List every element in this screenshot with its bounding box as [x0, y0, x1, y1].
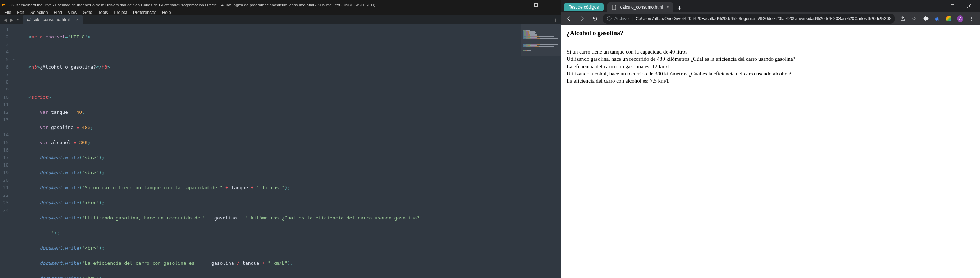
window-title: C:\Users\albar\OneDrive - Facultad de In… — [7, 3, 511, 7]
url-scheme: Archivo — [614, 16, 629, 21]
menu-view[interactable]: View — [65, 10, 80, 15]
new-tab-icon[interactable]: + — [554, 16, 557, 23]
file-tab-label: cálculo_consumo.html — [27, 17, 70, 22]
minimize-button[interactable] — [928, 0, 944, 12]
close-tab-icon[interactable]: × — [667, 5, 669, 10]
nav-back-button[interactable] — [564, 13, 574, 24]
omnibox[interactable]: ⓘ Archivo | C:/Users/albar/OneDrive%20-%… — [603, 14, 895, 24]
extension-icon-2[interactable] — [943, 13, 954, 24]
browser-tabstrip: Test de códigos cálculo_consumo.html × + — [561, 0, 980, 12]
menu-preferences[interactable]: Preferences — [130, 10, 159, 15]
tab-history-nav: ◀ ▶ ▼ — [2, 16, 21, 24]
nav-dropdown-icon[interactable]: ▼ — [15, 18, 21, 22]
extensions-puzzle-icon[interactable] — [920, 13, 931, 24]
fold-gutter: ▼ — [13, 24, 17, 278]
extension-icon-1[interactable]: ◉ — [932, 13, 943, 24]
address-toolbar: ⓘ Archivo | C:/Users/albar/OneDrive%20-%… — [561, 12, 980, 25]
browser-tab-inactive[interactable]: Test de códigos — [564, 3, 604, 11]
close-button[interactable] — [961, 0, 977, 12]
file-tab[interactable]: cálculo_consumo.html × — [23, 16, 83, 24]
menu-project[interactable]: Project — [111, 10, 130, 15]
site-info-icon[interactable]: ⓘ — [607, 16, 611, 22]
bookmark-star-icon[interactable]: ☆ — [909, 13, 920, 24]
maximize-button[interactable] — [944, 0, 961, 12]
browser-window-controls — [928, 0, 977, 12]
url-text: C:/Users/albar/OneDrive%20-%20Facultad%2… — [636, 16, 891, 21]
code-area[interactable]: <meta charset="UTF-8"> <h3>¿Alcohol o ga… — [17, 24, 521, 278]
url-separator: | — [632, 16, 633, 21]
sublime-app-icon — [0, 3, 7, 7]
close-tab-icon[interactable]: × — [76, 17, 79, 22]
editor[interactable]: 123456789101112131415161718192021222324 … — [0, 24, 561, 278]
file-favicon-icon — [611, 5, 617, 10]
toolbar-actions: ☆ ◉ A ⋮ — [897, 13, 977, 24]
page-text-line: La eficiencia del carro con alcohol es: … — [566, 77, 974, 84]
page-text-line: La eficiencia del carro con gasolina es:… — [566, 63, 974, 70]
rendered-page: ¿Alcohol o gasolina? Si un carro tiene u… — [561, 25, 980, 278]
menu-find[interactable]: Find — [51, 10, 65, 15]
maximize-button[interactable] — [528, 0, 544, 10]
page-text-line: Utilizando alcohol, hace un recorrido de… — [566, 70, 974, 77]
nav-back-icon[interactable]: ◀ — [2, 17, 9, 23]
menu-tools[interactable]: Tools — [95, 10, 111, 15]
kebab-menu-icon[interactable]: ⋮ — [966, 13, 977, 24]
new-tab-button[interactable]: + — [673, 5, 686, 12]
tab-row: ◀ ▶ ▼ cálculo_consumo.html × + — [0, 16, 561, 24]
menu-goto[interactable]: Goto — [80, 10, 95, 15]
menu-edit[interactable]: Edit — [14, 10, 27, 15]
minimap[interactable] — [521, 24, 561, 278]
browser-tab-label: cálculo_consumo.html — [620, 5, 663, 10]
menu-help[interactable]: Help — [159, 10, 174, 15]
page-text-line: Si un carro tiene un tanque con la capac… — [566, 48, 974, 55]
share-icon[interactable] — [897, 13, 908, 24]
close-button[interactable] — [544, 0, 561, 10]
page-text-line: Utilizando gasolina, hace un recorrido d… — [566, 55, 974, 62]
sublime-titlebar: C:\Users\albar\OneDrive - Facultad de In… — [0, 0, 561, 10]
browser-tab-active[interactable]: cálculo_consumo.html × — [607, 2, 673, 12]
browser-tab-label: Test de códigos — [569, 5, 598, 10]
reload-button[interactable] — [590, 13, 600, 24]
page-heading: ¿Alcohol o gasolina? — [566, 29, 974, 37]
nav-fwd-icon[interactable]: ▶ — [9, 17, 15, 23]
minimize-button[interactable] — [511, 0, 528, 10]
nav-forward-button[interactable] — [577, 13, 587, 24]
menu-file[interactable]: File — [2, 10, 14, 15]
profile-avatar[interactable]: A — [955, 13, 966, 24]
svg-rect-5 — [951, 5, 954, 8]
menu-bar: File Edit Selection Find View Goto Tools… — [0, 10, 561, 16]
line-number-gutter: 123456789101112131415161718192021222324 — [0, 24, 13, 278]
browser-window: Test de códigos cálculo_consumo.html × +… — [561, 0, 980, 278]
svg-rect-1 — [535, 3, 538, 7]
menu-selection[interactable]: Selection — [27, 10, 51, 15]
sublime-window: C:\Users\albar\OneDrive - Facultad de In… — [0, 0, 561, 278]
